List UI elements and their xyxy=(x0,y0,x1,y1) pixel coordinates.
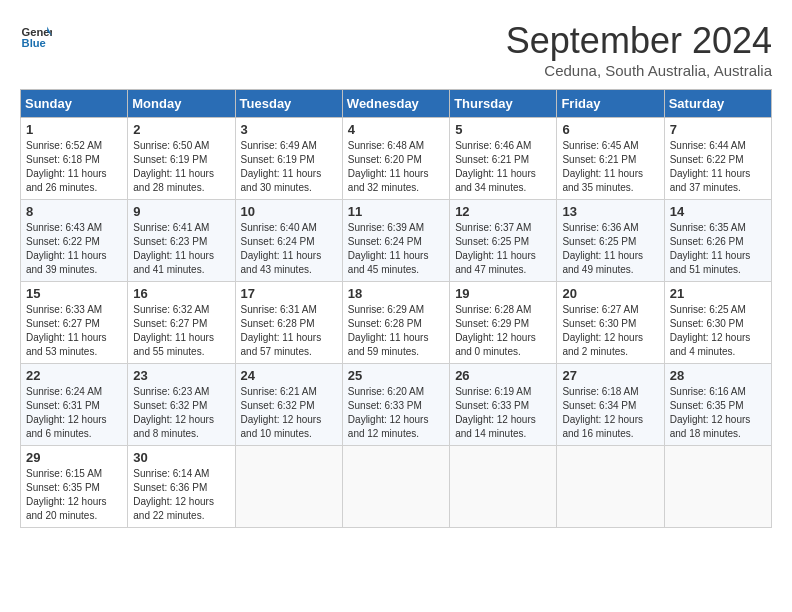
svg-text:Blue: Blue xyxy=(22,37,46,49)
calendar-week-1: 1Sunrise: 6:52 AM Sunset: 6:18 PM Daylig… xyxy=(21,118,772,200)
calendar-body: 1Sunrise: 6:52 AM Sunset: 6:18 PM Daylig… xyxy=(21,118,772,528)
day-number: 10 xyxy=(241,204,337,219)
day-info: Sunrise: 6:44 AM Sunset: 6:22 PM Dayligh… xyxy=(670,139,766,195)
day-number: 15 xyxy=(26,286,122,301)
calendar-header-row: SundayMondayTuesdayWednesdayThursdayFrid… xyxy=(21,90,772,118)
day-number: 14 xyxy=(670,204,766,219)
day-info: Sunrise: 6:35 AM Sunset: 6:26 PM Dayligh… xyxy=(670,221,766,277)
day-number: 7 xyxy=(670,122,766,137)
calendar-week-4: 22Sunrise: 6:24 AM Sunset: 6:31 PM Dayli… xyxy=(21,364,772,446)
day-info: Sunrise: 6:39 AM Sunset: 6:24 PM Dayligh… xyxy=(348,221,444,277)
day-info: Sunrise: 6:45 AM Sunset: 6:21 PM Dayligh… xyxy=(562,139,658,195)
calendar-cell: 5Sunrise: 6:46 AM Sunset: 6:21 PM Daylig… xyxy=(450,118,557,200)
day-info: Sunrise: 6:50 AM Sunset: 6:19 PM Dayligh… xyxy=(133,139,229,195)
calendar-cell: 20Sunrise: 6:27 AM Sunset: 6:30 PM Dayli… xyxy=(557,282,664,364)
day-info: Sunrise: 6:46 AM Sunset: 6:21 PM Dayligh… xyxy=(455,139,551,195)
calendar-cell: 4Sunrise: 6:48 AM Sunset: 6:20 PM Daylig… xyxy=(342,118,449,200)
day-info: Sunrise: 6:21 AM Sunset: 6:32 PM Dayligh… xyxy=(241,385,337,441)
calendar-cell: 7Sunrise: 6:44 AM Sunset: 6:22 PM Daylig… xyxy=(664,118,771,200)
calendar-cell: 21Sunrise: 6:25 AM Sunset: 6:30 PM Dayli… xyxy=(664,282,771,364)
day-info: Sunrise: 6:20 AM Sunset: 6:33 PM Dayligh… xyxy=(348,385,444,441)
calendar-week-5: 29Sunrise: 6:15 AM Sunset: 6:35 PM Dayli… xyxy=(21,446,772,528)
day-info: Sunrise: 6:14 AM Sunset: 6:36 PM Dayligh… xyxy=(133,467,229,523)
day-number: 25 xyxy=(348,368,444,383)
calendar-cell: 2Sunrise: 6:50 AM Sunset: 6:19 PM Daylig… xyxy=(128,118,235,200)
day-info: Sunrise: 6:48 AM Sunset: 6:20 PM Dayligh… xyxy=(348,139,444,195)
calendar-week-3: 15Sunrise: 6:33 AM Sunset: 6:27 PM Dayli… xyxy=(21,282,772,364)
location: Ceduna, South Australia, Australia xyxy=(506,62,772,79)
day-number: 23 xyxy=(133,368,229,383)
header: General Blue September 2024 Ceduna, Sout… xyxy=(20,20,772,79)
calendar-cell xyxy=(450,446,557,528)
month-title: September 2024 xyxy=(506,20,772,62)
calendar-cell: 25Sunrise: 6:20 AM Sunset: 6:33 PM Dayli… xyxy=(342,364,449,446)
header-cell-saturday: Saturday xyxy=(664,90,771,118)
day-number: 3 xyxy=(241,122,337,137)
day-info: Sunrise: 6:37 AM Sunset: 6:25 PM Dayligh… xyxy=(455,221,551,277)
calendar-cell: 3Sunrise: 6:49 AM Sunset: 6:19 PM Daylig… xyxy=(235,118,342,200)
day-number: 22 xyxy=(26,368,122,383)
calendar-cell xyxy=(235,446,342,528)
header-cell-friday: Friday xyxy=(557,90,664,118)
logo: General Blue xyxy=(20,20,52,52)
day-info: Sunrise: 6:32 AM Sunset: 6:27 PM Dayligh… xyxy=(133,303,229,359)
calendar-cell: 29Sunrise: 6:15 AM Sunset: 6:35 PM Dayli… xyxy=(21,446,128,528)
calendar-week-2: 8Sunrise: 6:43 AM Sunset: 6:22 PM Daylig… xyxy=(21,200,772,282)
day-number: 21 xyxy=(670,286,766,301)
header-cell-sunday: Sunday xyxy=(21,90,128,118)
day-number: 16 xyxy=(133,286,229,301)
calendar-cell: 10Sunrise: 6:40 AM Sunset: 6:24 PM Dayli… xyxy=(235,200,342,282)
day-number: 1 xyxy=(26,122,122,137)
calendar-cell: 23Sunrise: 6:23 AM Sunset: 6:32 PM Dayli… xyxy=(128,364,235,446)
day-info: Sunrise: 6:16 AM Sunset: 6:35 PM Dayligh… xyxy=(670,385,766,441)
day-number: 19 xyxy=(455,286,551,301)
calendar-cell: 19Sunrise: 6:28 AM Sunset: 6:29 PM Dayli… xyxy=(450,282,557,364)
day-number: 27 xyxy=(562,368,658,383)
title-area: September 2024 Ceduna, South Australia, … xyxy=(506,20,772,79)
header-cell-wednesday: Wednesday xyxy=(342,90,449,118)
logo-icon: General Blue xyxy=(20,20,52,52)
calendar-cell xyxy=(664,446,771,528)
day-info: Sunrise: 6:19 AM Sunset: 6:33 PM Dayligh… xyxy=(455,385,551,441)
header-cell-tuesday: Tuesday xyxy=(235,90,342,118)
day-number: 12 xyxy=(455,204,551,219)
calendar-table: SundayMondayTuesdayWednesdayThursdayFrid… xyxy=(20,89,772,528)
day-info: Sunrise: 6:28 AM Sunset: 6:29 PM Dayligh… xyxy=(455,303,551,359)
day-info: Sunrise: 6:29 AM Sunset: 6:28 PM Dayligh… xyxy=(348,303,444,359)
calendar-cell: 13Sunrise: 6:36 AM Sunset: 6:25 PM Dayli… xyxy=(557,200,664,282)
day-info: Sunrise: 6:49 AM Sunset: 6:19 PM Dayligh… xyxy=(241,139,337,195)
calendar-cell: 11Sunrise: 6:39 AM Sunset: 6:24 PM Dayli… xyxy=(342,200,449,282)
day-info: Sunrise: 6:23 AM Sunset: 6:32 PM Dayligh… xyxy=(133,385,229,441)
day-number: 2 xyxy=(133,122,229,137)
day-info: Sunrise: 6:24 AM Sunset: 6:31 PM Dayligh… xyxy=(26,385,122,441)
calendar-cell: 22Sunrise: 6:24 AM Sunset: 6:31 PM Dayli… xyxy=(21,364,128,446)
day-number: 5 xyxy=(455,122,551,137)
day-info: Sunrise: 6:40 AM Sunset: 6:24 PM Dayligh… xyxy=(241,221,337,277)
calendar-cell: 12Sunrise: 6:37 AM Sunset: 6:25 PM Dayli… xyxy=(450,200,557,282)
day-number: 26 xyxy=(455,368,551,383)
calendar-cell: 16Sunrise: 6:32 AM Sunset: 6:27 PM Dayli… xyxy=(128,282,235,364)
day-number: 20 xyxy=(562,286,658,301)
day-info: Sunrise: 6:18 AM Sunset: 6:34 PM Dayligh… xyxy=(562,385,658,441)
calendar-cell xyxy=(557,446,664,528)
day-number: 9 xyxy=(133,204,229,219)
day-info: Sunrise: 6:25 AM Sunset: 6:30 PM Dayligh… xyxy=(670,303,766,359)
day-number: 11 xyxy=(348,204,444,219)
calendar-cell: 8Sunrise: 6:43 AM Sunset: 6:22 PM Daylig… xyxy=(21,200,128,282)
day-info: Sunrise: 6:33 AM Sunset: 6:27 PM Dayligh… xyxy=(26,303,122,359)
day-number: 30 xyxy=(133,450,229,465)
calendar-cell: 26Sunrise: 6:19 AM Sunset: 6:33 PM Dayli… xyxy=(450,364,557,446)
day-number: 17 xyxy=(241,286,337,301)
calendar-cell xyxy=(342,446,449,528)
calendar-cell: 18Sunrise: 6:29 AM Sunset: 6:28 PM Dayli… xyxy=(342,282,449,364)
day-number: 18 xyxy=(348,286,444,301)
calendar-cell: 9Sunrise: 6:41 AM Sunset: 6:23 PM Daylig… xyxy=(128,200,235,282)
calendar-cell: 17Sunrise: 6:31 AM Sunset: 6:28 PM Dayli… xyxy=(235,282,342,364)
calendar-cell: 24Sunrise: 6:21 AM Sunset: 6:32 PM Dayli… xyxy=(235,364,342,446)
header-cell-thursday: Thursday xyxy=(450,90,557,118)
calendar-cell: 1Sunrise: 6:52 AM Sunset: 6:18 PM Daylig… xyxy=(21,118,128,200)
calendar-cell: 14Sunrise: 6:35 AM Sunset: 6:26 PM Dayli… xyxy=(664,200,771,282)
day-info: Sunrise: 6:31 AM Sunset: 6:28 PM Dayligh… xyxy=(241,303,337,359)
day-number: 24 xyxy=(241,368,337,383)
day-number: 28 xyxy=(670,368,766,383)
